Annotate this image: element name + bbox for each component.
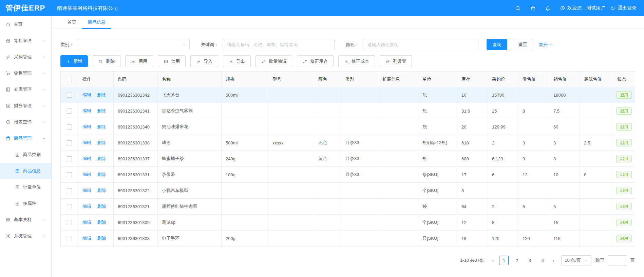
logout-button[interactable]: 退出登录 <box>610 5 637 11</box>
edit-link[interactable]: 编辑 <box>82 156 91 161</box>
delete-link[interactable]: 删除 <box>97 172 106 177</box>
edit-link[interactable]: 编辑 <box>82 236 91 241</box>
edit-link[interactable]: 编辑 <box>82 140 91 145</box>
table-row[interactable]: 编辑删除 6901236301309 测试sp 个[SKU] 12 8 15 启… <box>61 215 635 231</box>
sidebar-item-goods-category[interactable]: 商品类别 <box>0 146 51 163</box>
row-checkbox[interactable] <box>67 93 72 98</box>
page-size-select[interactable]: 10 条/页 <box>561 255 591 265</box>
disable-button[interactable]: 禁用 <box>158 55 186 67</box>
cell-status: 启用 <box>613 215 635 231</box>
sidebar-item-finance[interactable]: 财务管理 <box>0 98 51 114</box>
row-checkbox[interactable] <box>67 156 72 161</box>
page-button-4[interactable]: 4 <box>538 256 547 265</box>
search-icon[interactable] <box>510 0 525 16</box>
add-button[interactable]: 新增 <box>60 55 88 67</box>
table-row[interactable]: 编辑删除 6901236301322 小鹏汽车模型 个[SKU] 8 启用 <box>61 183 635 199</box>
chevron-down-icon <box>42 39 46 43</box>
table-row[interactable]: 编辑删除 6901236301342 飞天茅台 500ml 瓶 10 15780… <box>61 87 635 103</box>
edit-link[interactable]: 编辑 <box>82 188 91 193</box>
row-checkbox[interactable] <box>67 172 72 177</box>
cell-stock: 17 <box>457 167 488 183</box>
cell-name: 啤酒 <box>158 135 222 151</box>
chevron-down-icon <box>42 88 46 92</box>
category-select[interactable] <box>78 39 190 50</box>
sidebar-item-base-data[interactable]: 基本资料 <box>0 212 51 228</box>
cell-category <box>341 103 378 119</box>
reset-button[interactable]: 重置 <box>513 39 532 50</box>
sidebar-item-sales[interactable]: 销售管理 <box>0 65 51 81</box>
batch-edit-button[interactable]: 批量编辑 <box>255 55 292 67</box>
edit-link[interactable]: 编辑 <box>82 172 91 177</box>
edit-link[interactable]: 编辑 <box>82 220 91 225</box>
delete-link[interactable]: 删除 <box>97 236 106 241</box>
tab-goods-info[interactable]: 商品信息 <box>82 16 111 28</box>
sidebar-item-goods[interactable]: 商品管理 <box>0 130 51 146</box>
jump-page-input[interactable] <box>608 255 627 265</box>
delete-link[interactable]: 删除 <box>97 92 106 97</box>
row-checkbox[interactable] <box>67 140 72 145</box>
table-row[interactable]: 编辑删除 6901236301340 奶油味爆米花 袋 20 129.99 60… <box>61 119 635 135</box>
edit-link[interactable]: 编辑 <box>82 204 91 209</box>
bell-icon[interactable] <box>540 0 555 16</box>
sidebar-item-multi-attr[interactable]: 多属性 <box>0 195 51 212</box>
edit-link[interactable]: 编辑 <box>82 92 91 97</box>
row-checkbox[interactable] <box>67 220 72 225</box>
tab-home[interactable]: 首页 <box>62 16 82 28</box>
delete-link[interactable]: 删除 <box>97 220 106 225</box>
sidebar-item-units[interactable]: 计量单位 <box>0 179 51 195</box>
sidebar-item-reports[interactable]: 报表查询 <box>0 114 51 130</box>
sidebar-item-purchase[interactable]: 采购管理 <box>0 49 51 65</box>
delete-link[interactable]: 删除 <box>97 108 106 113</box>
table-row[interactable]: 编辑删除 6901236301331 录像带 100g 目录33 条[SKU] … <box>61 167 635 183</box>
cell-color <box>314 183 341 199</box>
table-row[interactable]: 编辑删除 6901236301321 康师傅红烧牛肉面 袋 64 2 5 5 启… <box>61 199 635 215</box>
table-row[interactable]: 编辑删除 6901236301337 蜂蜜柚子茶 240g 黄色 目录33 瓶 … <box>61 151 635 167</box>
search-button[interactable]: 查询 <box>487 39 507 50</box>
delete-link[interactable]: 删除 <box>97 188 106 193</box>
fix-stock-button[interactable]: 修正库存 <box>297 55 334 67</box>
enable-button[interactable]: 启用 <box>125 55 153 67</box>
delete-link[interactable]: 删除 <box>97 140 106 145</box>
row-checkbox[interactable] <box>67 188 72 193</box>
color-input[interactable] <box>363 39 478 50</box>
sidebar-item-home[interactable]: 首页 <box>0 16 51 33</box>
table-row[interactable]: 编辑删除 6901236301341 雷达杀虫气雾剂 瓶 31.6 25 8 7… <box>61 103 635 119</box>
doc-icon <box>15 152 20 157</box>
delete-button[interactable]: 删除 <box>93 55 120 67</box>
export-button[interactable]: 导出 <box>223 55 251 67</box>
delete-link[interactable]: 删除 <box>97 204 106 209</box>
next-page-button[interactable]: › <box>549 256 558 265</box>
cell-purchase-price: 120 <box>488 231 518 246</box>
cell-ext-info <box>378 199 418 215</box>
bank-icon[interactable] <box>525 0 540 16</box>
company-name: 南通某某网络科技有限公司 <box>57 5 118 12</box>
sidebar-item-warehouse[interactable]: 仓库管理 <box>0 81 51 98</box>
prev-page-button[interactable]: ‹ <box>489 256 497 265</box>
column-settings-button[interactable]: 列设置 <box>380 55 412 67</box>
delete-link[interactable]: 删除 <box>97 156 106 161</box>
page-button-3[interactable]: 3 <box>525 256 534 265</box>
select-all-checkbox[interactable] <box>67 77 72 82</box>
keyword-input[interactable] <box>223 39 335 50</box>
welcome-user[interactable]: 欢迎您，测试用户 <box>560 5 605 11</box>
row-checkbox[interactable] <box>67 204 72 209</box>
cell-name: 电子手环 <box>158 231 222 246</box>
expand-link[interactable]: 展开 <box>539 42 553 48</box>
table-row[interactable]: 编辑删除 6901236301338 啤酒 580ml xxsxx 无色 目录3… <box>61 135 635 151</box>
page-button-1[interactable]: 1 <box>499 256 509 265</box>
table-row[interactable]: 编辑删除 6901236301303 电子手环 200g 只[SKU] 18 1… <box>61 231 635 246</box>
sidebar-item-goods-info[interactable]: 商品信息 <box>0 163 51 179</box>
row-checkbox[interactable] <box>67 108 72 114</box>
edit-link[interactable]: 编辑 <box>82 108 91 113</box>
sidebar-item-system[interactable]: 系统管理 <box>0 228 51 244</box>
delete-link[interactable]: 删除 <box>97 124 106 129</box>
col-retail-price: 零售价 <box>518 72 549 87</box>
row-checkbox[interactable] <box>67 236 72 241</box>
cell-sale-price: 60 <box>549 119 580 135</box>
page-button-2[interactable]: 2 <box>512 256 522 265</box>
row-checkbox[interactable] <box>67 124 72 130</box>
edit-link[interactable]: 编辑 <box>82 124 91 129</box>
fix-cost-button[interactable]: 修正成本 <box>338 55 375 67</box>
sidebar-item-retail[interactable]: 零售管理 <box>0 33 51 49</box>
import-button[interactable]: 导入 <box>190 55 218 67</box>
